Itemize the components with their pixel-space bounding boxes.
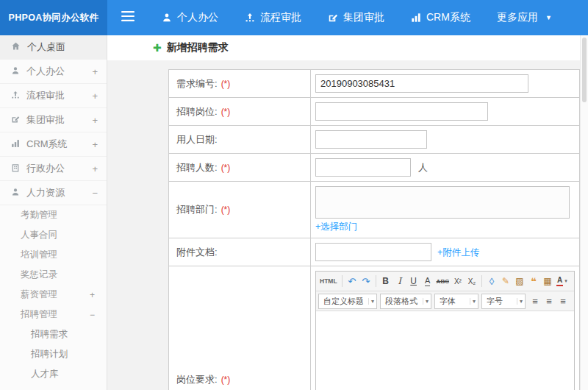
align-justify-button[interactable]: ≡ — [570, 294, 574, 309]
sidebar-item-training-mgmt[interactable]: 培训管理 — [0, 245, 107, 265]
sidebar-item-recruitment-mgmt[interactable]: 招聘管理 − — [0, 305, 107, 325]
sidebar-item-process-approval[interactable]: 流程审批 + — [0, 84, 107, 108]
nav-label: 个人办公 — [177, 11, 218, 24]
sidebar-item-admin-office[interactable]: 行政办公 + — [0, 157, 107, 181]
sidebar-item-salary-mgmt[interactable]: 薪资管理 + — [0, 285, 107, 305]
add-icon: ✚ — [153, 42, 162, 54]
format-painter-button[interactable]: ✎ — [499, 274, 512, 289]
expand-icon[interactable]: + — [92, 115, 98, 126]
align-right-button[interactable]: ≡ — [556, 294, 570, 309]
editor-content-area[interactable] — [316, 311, 574, 390]
attachment-upload-link[interactable]: +附件上传 — [437, 247, 479, 258]
form-row-headcount: 招聘人数:(*) 人 — [169, 154, 580, 182]
sidebar-item-recruitment-needs[interactable]: 招聘需求 — [0, 325, 107, 344]
sidebar-item-label: 薪资管理 — [21, 288, 57, 301]
expand-icon[interactable]: + — [92, 66, 98, 77]
select-value: 字体 — [440, 296, 456, 307]
vertical-scrollbar[interactable] — [580, 35, 588, 390]
sidebar-item-crm-system[interactable]: CRM系统 + — [0, 132, 107, 157]
superscript-button[interactable]: X² — [451, 274, 465, 289]
field-label: 用人日期: — [176, 134, 218, 145]
sidebar-item-talent-pool[interactable]: 人才库 — [0, 364, 107, 384]
building-icon — [11, 163, 20, 174]
insert-table-button[interactable]: ▦ — [541, 274, 554, 289]
user-icon — [162, 13, 172, 23]
unit-label: 人 — [418, 162, 428, 173]
nav-group-approval[interactable]: 集团审批 — [315, 0, 398, 35]
input-cell — [311, 70, 580, 98]
align-left-button[interactable]: ≡ — [528, 294, 542, 309]
recruitment-request-form: 需求编号:(*) 招聘岗位:(*) — [168, 69, 580, 390]
headcount-input[interactable] — [315, 158, 411, 177]
input-cell: +附件上传 — [311, 238, 580, 266]
char-border-button[interactable]: A — [421, 274, 434, 289]
required-marker: (*) — [221, 375, 231, 385]
align-center-button[interactable]: ≡ — [542, 294, 556, 309]
blockquote-button[interactable]: ❝ — [527, 274, 540, 289]
collapse-icon[interactable]: − — [90, 310, 95, 320]
hire-date-input[interactable] — [315, 130, 427, 149]
field-label: 需求编号: — [176, 78, 218, 89]
collapse-icon[interactable]: − — [92, 188, 98, 199]
sidebar-item-personal-desktop[interactable]: 个人桌面 — [0, 35, 107, 60]
flow-icon — [245, 13, 255, 23]
required-marker: (*) — [221, 79, 231, 89]
heading-select[interactable]: 自定义标题▾ — [318, 294, 377, 309]
expand-icon[interactable]: + — [92, 139, 98, 150]
expand-icon[interactable]: + — [92, 163, 98, 174]
paragraph-format-select[interactable]: 段落格式▾ — [380, 294, 431, 309]
top-nav: 个人办公 流程审批 集团审批 CRM系统 更多应用 ▼ — [148, 0, 565, 35]
sidebar-item-personnel-contract[interactable]: 人事合同 — [0, 225, 107, 245]
edit-icon — [11, 115, 20, 126]
font-family-select[interactable]: 字体▾ — [434, 294, 478, 309]
nav-personal-office[interactable]: 个人办公 — [148, 0, 232, 35]
subscript-button[interactable]: X₂ — [465, 274, 478, 289]
sidebar-item-human-resources[interactable]: 人力资源 − — [0, 181, 107, 205]
menu-toggle-button[interactable] — [107, 0, 148, 35]
toolbar-separator — [376, 275, 376, 287]
redo-button[interactable]: ↷ — [359, 274, 373, 289]
expand-icon[interactable]: + — [90, 290, 95, 300]
font-color-button[interactable]: A▾ — [555, 274, 569, 289]
nav-crm-system[interactable]: CRM系统 — [398, 0, 484, 35]
user-icon — [11, 66, 20, 77]
font-size-select[interactable]: 字号▾ — [481, 294, 526, 309]
sidebar-item-label: CRM系统 — [26, 138, 68, 151]
label-cell: 岗位要求:(*) — [169, 266, 311, 390]
sidebar-item-group-approval[interactable]: 集团审批 + — [0, 108, 107, 132]
req-no-input[interactable] — [315, 74, 528, 93]
user-icon — [11, 188, 20, 199]
app-logo: PHPOA协同办公软件 — [0, 0, 107, 35]
underline-button[interactable]: U — [407, 274, 420, 289]
nav-label: 流程审批 — [260, 11, 301, 24]
nav-more-apps[interactable]: 更多应用 ▼ — [484, 0, 565, 35]
italic-button[interactable]: I — [393, 274, 406, 289]
sidebar-item-label: 集团审批 — [26, 113, 65, 127]
sidebar-item-recruitment-plan[interactable]: 招聘计划 — [0, 344, 107, 364]
html-source-button[interactable]: HTML — [318, 274, 339, 289]
strikethrough-button[interactable]: ABC — [435, 274, 451, 289]
department-textarea[interactable] — [315, 186, 570, 219]
expand-icon[interactable]: + — [92, 91, 98, 102]
nav-process-approval[interactable]: 流程审批 — [232, 0, 315, 35]
label-cell: 招聘部门:(*) — [169, 182, 311, 238]
input-cell: 人 — [311, 154, 580, 182]
field-label: 岗位要求: — [176, 374, 218, 385]
undo-button[interactable]: ↶ — [345, 274, 359, 289]
form-row-attachment: 附件文档: +附件上传 — [169, 238, 580, 266]
remove-format-button[interactable]: ◊ — [485, 274, 498, 289]
editor-toolbar-row2: 自定义标题▾ 段落格式▾ 字体▾ 字号▾ — [316, 291, 574, 311]
bg-color-button[interactable]: ▨ — [513, 274, 526, 289]
scrollbar-thumb[interactable] — [582, 38, 587, 102]
sidebar-item-personal-office[interactable]: 个人办公 + — [0, 60, 107, 84]
attachment-input[interactable] — [315, 243, 431, 261]
required-marker: (*) — [221, 205, 231, 215]
select-department-link[interactable]: +选择部门 — [315, 221, 357, 233]
edit-icon — [328, 13, 338, 23]
chevron-down-icon: ▾ — [423, 298, 429, 305]
sidebar-item-reward-records[interactable]: 奖惩记录 — [0, 265, 107, 285]
bold-button[interactable]: B — [379, 274, 392, 289]
sidebar-item-label: 人才库 — [31, 368, 59, 380]
sidebar-item-attendance-mgmt[interactable]: 考勤管理 — [0, 205, 107, 225]
position-input[interactable] — [315, 102, 488, 121]
